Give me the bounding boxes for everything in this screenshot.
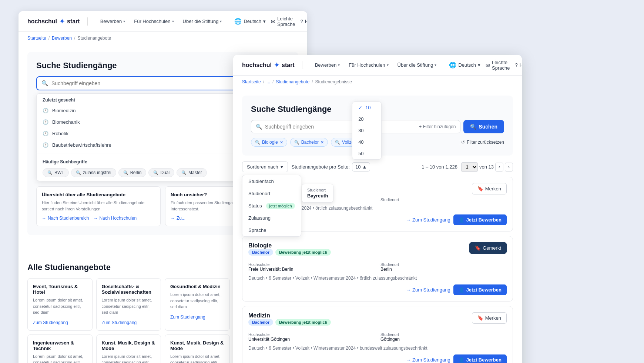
- study-card-5-title: Kunst, Musik, Design & Mode: [102, 340, 156, 351]
- per-page-dropdown: ✓ 10 20 30 40 50: [352, 101, 382, 160]
- result-card-1-meta: Deutsch • 6 Semester • Vollzeit • Winter…: [248, 276, 507, 281]
- study-card-0-link[interactable]: Zum Studiengang: [33, 320, 68, 325]
- back-logo[interactable]: hochschul✦start: [27, 17, 88, 26]
- remove-filter-biologie[interactable]: ✕: [280, 140, 283, 145]
- card-link-zu[interactable]: → Zu...: [171, 216, 185, 221]
- result-card-0-merken-button[interactable]: 🔖 Merken: [472, 183, 507, 194]
- studienort-value-1: Berlin: [380, 267, 507, 272]
- sort-option-studienfach[interactable]: Studienfach: [242, 175, 301, 187]
- filter-hinzufugen[interactable]: + Filter hinzufügen: [419, 124, 456, 129]
- front-nav-hochschulen[interactable]: Für Hochschulen ▾: [345, 60, 392, 70]
- front-leichte-sprache[interactable]: ✉ Leichte Sprache: [486, 60, 510, 71]
- per-page-option-40[interactable]: 40: [352, 136, 381, 148]
- breadcrumb-startseite[interactable]: Startseite: [27, 36, 46, 41]
- per-page-option-50[interactable]: 50: [352, 148, 381, 159]
- chevron-icon: ▾: [123, 19, 125, 23]
- chevron-icon: ▾: [338, 63, 340, 67]
- filter-tag-biologie[interactable]: 🔍 Biologie ✕: [251, 138, 287, 147]
- result-card-1-title: Biologie: [248, 242, 331, 249]
- bookmark-icon: 🔖: [477, 315, 483, 321]
- breadcrumb-bewerben[interactable]: Bewerben: [52, 36, 72, 41]
- search-icon: 🔍: [335, 140, 340, 145]
- breadcrumb-studienangebote[interactable]: Studienangebote: [276, 79, 309, 84]
- overview-card-1-text: Hier finden Sie eine Übersicht über alle…: [42, 200, 155, 212]
- result-card-2-merken-button[interactable]: 🔖 Merken: [472, 312, 507, 324]
- tag-berlin[interactable]: 🔍 Berlin: [118, 168, 147, 177]
- sort-option-zulassung[interactable]: Zulassung: [242, 212, 301, 224]
- result-card-2: Medizin Bachelor Bewerbung jetzt möglich…: [242, 306, 513, 363]
- back-hilfe[interactable]: ? Hilfe: [301, 19, 308, 24]
- tag-dual[interactable]: 🔍 Dual: [148, 168, 174, 177]
- per-page-option-20[interactable]: 20: [352, 113, 381, 125]
- card-link-studienbereich[interactable]: → Nach Studienbereich: [42, 216, 89, 221]
- result-card-2-actions: → Zum Studiengang 👤 Jetzt Bewerben: [248, 354, 507, 363]
- back-nav-bewerben[interactable]: Bewerben ▾: [97, 16, 129, 26]
- back-nav-stiftung[interactable]: Über die Stiftung ▾: [179, 16, 226, 26]
- per-page-option-30[interactable]: 30: [352, 125, 381, 136]
- remove-filter-bachelor[interactable]: ✕: [321, 140, 324, 145]
- bookmark-icon: 🔖: [477, 186, 483, 192]
- chevron-icon: ▾: [263, 19, 266, 24]
- result-card-2-zum-link[interactable]: → Zum Studiengang: [406, 357, 450, 363]
- result-card-1-zum-link[interactable]: → Zum Studiengang: [406, 287, 450, 293]
- study-card-2-link[interactable]: Zum Studiengang: [170, 314, 205, 320]
- front-search-button[interactable]: 🔍 Suchen: [463, 120, 504, 133]
- result-card-2-bewerben-button[interactable]: 👤 Jetzt Bewerben: [453, 354, 507, 363]
- result-card-1-merken-button[interactable]: 🔖 Gemerkt: [469, 242, 507, 254]
- overview-card-1-title: Übersicht über alle Studienangebote: [42, 192, 155, 197]
- studienort-label-1: Studienort: [380, 262, 507, 267]
- result-card-2-info: Hochschule Universität Göttingen Studien…: [248, 332, 507, 342]
- front-hilfe[interactable]: ? Hilfe: [515, 62, 522, 68]
- study-card-2: Gesundheit & Medizin Lorem ipsum dolor s…: [165, 278, 230, 331]
- study-card-6-title: Kunst, Musik, Design & Mode: [170, 340, 224, 351]
- front-breadcrumb: Startseite / ... / Studienangebote / Stu…: [233, 76, 522, 88]
- study-card-4-text: Lorem ipsum dolor sit amet, consetetur s…: [33, 353, 87, 363]
- back-lang-selector[interactable]: 🌐 Deutsch ▾: [234, 18, 266, 25]
- study-card-6: Kunst, Musik, Design & Mode Lorem ipsum …: [165, 334, 230, 363]
- front-search-input[interactable]: [265, 120, 416, 133]
- result-card-0-zum-link[interactable]: → Zum Studiengang: [406, 217, 450, 223]
- hilfe-icon: ?: [515, 62, 518, 68]
- sort-button[interactable]: Sortieren nach ▾: [242, 161, 288, 172]
- breadcrumb-startseite[interactable]: Startseite: [242, 79, 261, 84]
- study-card-1-link[interactable]: Zum Studiengang: [102, 320, 137, 325]
- back-nav-hochschulen[interactable]: Für Hochschulen ▾: [130, 16, 177, 26]
- study-card-0-text: Lorem ipsum dolor sit amet, consetetur s…: [33, 297, 87, 316]
- breadcrumb-dots[interactable]: ...: [266, 79, 270, 84]
- front-nav-stiftung[interactable]: Über die Stiftung ▾: [394, 60, 440, 70]
- filter-tag-bachelor[interactable]: 🔍 Bachelor ✕: [290, 138, 328, 147]
- page-next-button[interactable]: ›: [505, 163, 513, 171]
- tag-zulassungsfrei[interactable]: 🔍 zulassungsfrei: [71, 168, 116, 177]
- leichte-icon: ✉: [486, 62, 490, 68]
- clock-icon: 🕐: [43, 108, 48, 113]
- hilfe-icon: ?: [301, 19, 303, 24]
- sort-option-studienort[interactable]: Studienort Studienort Bayreuth: [242, 187, 301, 200]
- page-prev-button[interactable]: ‹: [495, 163, 503, 171]
- front-logo[interactable]: hochschul✦start: [242, 61, 302, 69]
- back-search-input[interactable]: [51, 77, 263, 90]
- tag-bwl[interactable]: 🔍 BWL: [43, 168, 69, 177]
- globe-icon: 🌐: [234, 18, 242, 25]
- back-leichte-sprache[interactable]: ✉ Leichte Sprache: [271, 16, 295, 27]
- tag-master[interactable]: 🔍 Master: [177, 168, 207, 177]
- per-page-option-10[interactable]: ✓ 10: [352, 102, 381, 113]
- logo-text-1: hochschul: [27, 18, 57, 25]
- front-nav-bewerben[interactable]: Bewerben ▾: [311, 60, 344, 70]
- sort-option-status[interactable]: Status jetzt möglich: [242, 200, 301, 212]
- overview-card-1: Übersicht über alle Studienangebote Hier…: [36, 186, 161, 226]
- hochschule-value-1: Freie Universität Berlin: [248, 267, 375, 272]
- result-card-1-header: Biologie Bachelor Bewerbung jetzt möglic…: [248, 242, 507, 259]
- result-card-0-bewerben-button[interactable]: 👤 Jetzt Bewerben: [453, 214, 507, 225]
- result-card-1-actions: → Zum Studiengang 👤 Jetzt Bewerben: [248, 284, 507, 295]
- studienort-tooltip-value: Bayreuth: [307, 193, 328, 199]
- filter-reset-button[interactable]: ↺ Filter zurücksetzen: [461, 140, 504, 145]
- per-page-select[interactable]: 10 ▲: [352, 162, 370, 171]
- page-select[interactable]: 1: [461, 162, 478, 172]
- front-lang-selector[interactable]: 🌐 Deutsch ▾: [449, 61, 480, 69]
- logo-text-2: start: [282, 62, 295, 69]
- hochschule-label-1: Hochschule: [248, 262, 375, 267]
- result-card-1-bewerben-button[interactable]: 👤 Jetzt Bewerben: [453, 284, 507, 295]
- sort-option-sprache[interactable]: Sprache: [242, 224, 301, 236]
- pagination-btns: 1 von 13 ‹ ›: [461, 162, 513, 172]
- card-link-hochschulen[interactable]: → Nach Hochschulen: [93, 216, 137, 221]
